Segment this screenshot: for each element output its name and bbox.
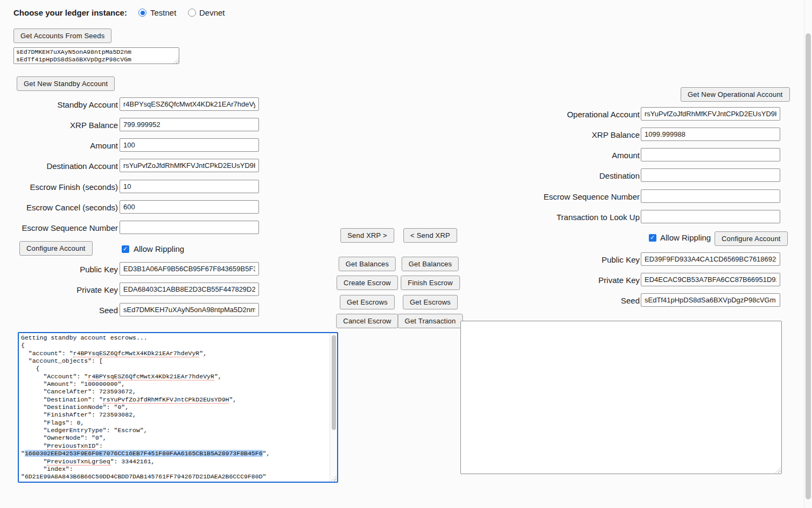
- operational-amount-input[interactable]: [641, 148, 780, 161]
- operational-configure-account-button[interactable]: Configure Account: [715, 231, 788, 246]
- standby-amount-label: Amount: [0, 141, 118, 151]
- page-scrollbar-thumb[interactable]: [806, 33, 811, 499]
- standby-account-label: Standby Account: [0, 100, 118, 110]
- standby-escrow-finish-label: Escrow Finish (seconds): [0, 182, 118, 192]
- standby-public-key-label: Public Key: [0, 265, 118, 274]
- testnet-radio-label[interactable]: Testnet: [150, 8, 176, 18]
- standby-seed-input[interactable]: [120, 303, 259, 316]
- resize-grip-icon[interactable]: [775, 468, 781, 473]
- operational-seed-input[interactable]: [641, 293, 780, 307]
- standby-results-log: Getting standby account escrows... { "ac…: [21, 334, 328, 481]
- operational-public-key-input[interactable]: [641, 252, 780, 266]
- operational-results-box[interactable]: [460, 321, 782, 474]
- seeds-textarea[interactable]: sEd7DMKEH7uXAyN5onA98ntpMa5D2nm sEdTf41p…: [13, 47, 179, 64]
- operational-get-balances-button[interactable]: Get Balances: [402, 257, 459, 271]
- standby-private-key-input[interactable]: [120, 283, 259, 296]
- standby-allow-rippling-checkbox[interactable]: [122, 245, 129, 253]
- send-xrp-to-operational-button[interactable]: Send XRP >: [340, 228, 394, 243]
- standby-seed-label: Seed: [0, 306, 118, 315]
- standby-get-escrows-button[interactable]: Get Escrows: [340, 295, 395, 309]
- standby-account-input[interactable]: [120, 97, 259, 111]
- operational-allow-rippling-checkbox[interactable]: [649, 234, 656, 242]
- operational-private-key-label: Private Key: [485, 276, 640, 285]
- devnet-radio[interactable]: [188, 9, 196, 17]
- operational-amount-label: Amount: [485, 151, 640, 160]
- operational-allow-rippling-label: Allow Rippling: [660, 233, 711, 243]
- standby-get-balances-button[interactable]: Get Balances: [339, 257, 396, 271]
- operational-xrp-balance-label: XRP Balance: [485, 130, 640, 140]
- get-accounts-from-seeds-button[interactable]: Get Accounts From Seeds: [13, 29, 111, 43]
- results-scrollbar-thumb[interactable]: [332, 335, 336, 430]
- devnet-radio-label[interactable]: Devnet: [199, 8, 225, 18]
- standby-escrow-finish-input[interactable]: [120, 180, 259, 193]
- results-scrollbar[interactable]: [330, 333, 337, 482]
- standby-xrp-balance-input[interactable]: [120, 118, 259, 131]
- ledger-instance-label: Choose your ledger instance:: [13, 8, 127, 18]
- transaction-to-look-up-input[interactable]: [641, 210, 780, 223]
- finish-escrow-button[interactable]: Finish Escrow: [401, 276, 460, 290]
- standby-amount-input[interactable]: [120, 138, 259, 152]
- operational-escrow-sequence-input[interactable]: [641, 189, 780, 203]
- get-new-operational-account-button[interactable]: Get New Operational Account: [681, 87, 790, 102]
- send-xrp-to-standby-button[interactable]: < Send XRP: [403, 228, 457, 243]
- get-transaction-button[interactable]: Get Transaction: [398, 314, 463, 328]
- operational-get-escrows-button[interactable]: Get Escrows: [403, 295, 458, 309]
- create-escrow-button[interactable]: Create Escrow: [337, 276, 398, 290]
- page-scrollbar[interactable]: [804, 0, 812, 508]
- standby-allow-rippling-label: Allow Rippling: [134, 244, 184, 254]
- operational-escrow-sequence-label: Escrow Sequence Number: [485, 192, 640, 202]
- escrow-test-harness-page: Choose your ledger instance: Testnet Dev…: [0, 0, 812, 508]
- get-new-standby-account-button[interactable]: Get New Standby Account: [17, 76, 115, 91]
- standby-escrow-cancel-label: Escrow Cancel (seconds): [0, 203, 118, 213]
- operational-account-label: Operational Account: [485, 110, 640, 119]
- standby-xrp-balance-label: XRP Balance: [0, 121, 118, 130]
- standby-public-key-input[interactable]: [120, 262, 259, 276]
- standby-private-key-label: Private Key: [0, 285, 118, 295]
- standby-destination-account-input[interactable]: [120, 159, 259, 172]
- standby-escrow-sequence-label: Escrow Sequence Number: [0, 223, 118, 233]
- standby-escrow-cancel-input[interactable]: [120, 200, 259, 214]
- operational-account-input[interactable]: [641, 107, 780, 121]
- operational-destination-label: Destination: [485, 171, 640, 181]
- operational-private-key-input[interactable]: [641, 273, 780, 286]
- testnet-radio[interactable]: [138, 9, 146, 17]
- standby-results-box[interactable]: Getting standby account escrows... { "ac…: [18, 332, 338, 483]
- operational-public-key-label: Public Key: [485, 255, 640, 265]
- standby-escrow-sequence-input[interactable]: [120, 221, 259, 234]
- standby-destination-account-label: Destination Account: [0, 161, 118, 171]
- transaction-to-look-up-label: Transaction to Look Up: [485, 213, 640, 222]
- standby-configure-account-button[interactable]: Configure Account: [19, 241, 93, 256]
- operational-xrp-balance-input[interactable]: [641, 128, 780, 141]
- cancel-escrow-button[interactable]: Cancel Escrow: [336, 314, 398, 328]
- operational-seed-label: Seed: [485, 296, 640, 306]
- operational-destination-input[interactable]: [641, 168, 780, 182]
